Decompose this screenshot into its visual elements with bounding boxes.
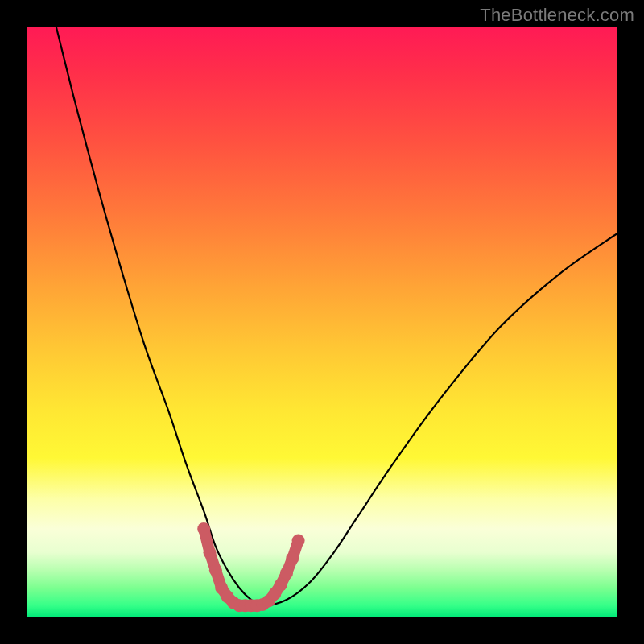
bottleneck-curve (56, 27, 617, 605)
optimal-marker (204, 546, 217, 559)
optimal-marker (275, 579, 287, 592)
chart-plot-area (27, 27, 617, 617)
optimal-marker (197, 522, 210, 535)
optimal-marker (292, 535, 305, 547)
chart-overlay-svg (27, 27, 617, 617)
optimal-marker (280, 567, 293, 580)
optimal-marker (286, 552, 299, 565)
watermark-text: TheBottleneck.com (480, 5, 634, 26)
chart-frame: TheBottleneck.com (0, 0, 644, 644)
optimal-marker (209, 564, 222, 576)
